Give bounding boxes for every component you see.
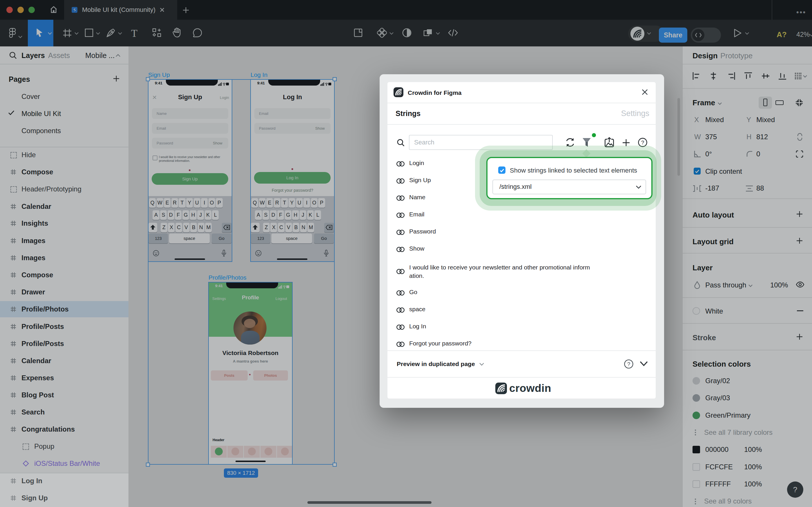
svg-text:?: ? [641,139,644,146]
svg-text:?: ? [627,361,631,367]
